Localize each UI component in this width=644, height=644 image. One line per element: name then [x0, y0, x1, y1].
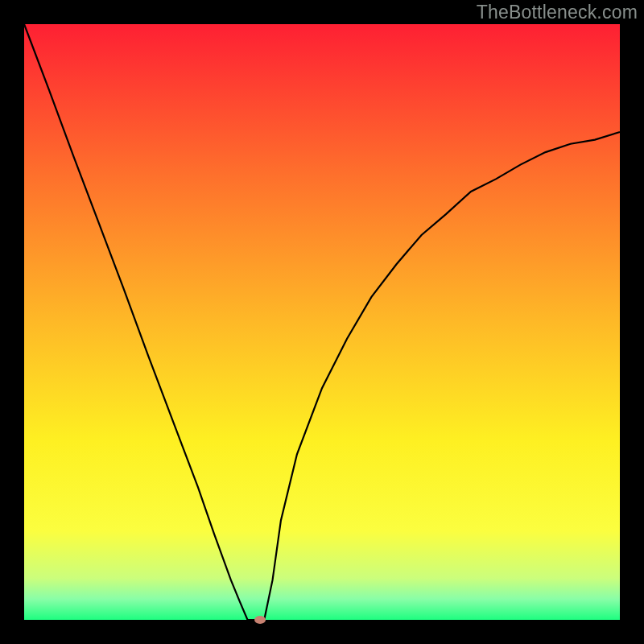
plot-background: [24, 24, 620, 620]
bottleneck-chart: [0, 0, 644, 644]
chart-wrapper: TheBottleneck.com: [0, 0, 644, 644]
current-point-marker: [254, 616, 266, 624]
watermark-text: TheBottleneck.com: [477, 2, 638, 23]
